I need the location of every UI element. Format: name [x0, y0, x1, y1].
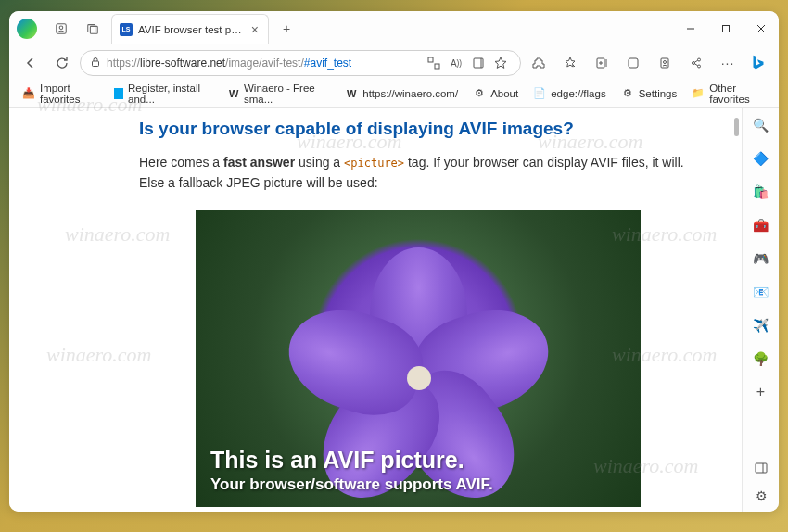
avif-image: This is an AVIF picture. Your browser/so…: [196, 210, 641, 507]
svg-rect-8: [93, 61, 99, 67]
share-icon[interactable]: [682, 49, 710, 77]
bookmark-register[interactable]: Register, install and...: [108, 80, 219, 108]
folder-icon: 📁: [692, 87, 705, 100]
svg-rect-5: [723, 26, 730, 32]
svg-point-21: [698, 58, 701, 61]
refresh-button[interactable]: [48, 49, 76, 77]
browser-window: LS AVIF browser test page: AVIF su × + h…: [9, 11, 779, 512]
downloads-icon[interactable]: [619, 49, 647, 77]
favorites-icon[interactable]: [556, 49, 584, 77]
window-controls: [673, 15, 779, 43]
lock-icon: [90, 57, 101, 70]
windows-icon: [114, 88, 123, 99]
sidebar-tools-icon[interactable]: 🧰: [751, 215, 771, 235]
sidebar-outlook-icon[interactable]: 📧: [751, 282, 771, 302]
sidebar-collapse-icon[interactable]: [751, 458, 771, 478]
import-icon: 📥: [22, 87, 35, 100]
sidebar-discover-icon[interactable]: 🔷: [751, 148, 771, 169]
scrollbar-thumb[interactable]: [734, 118, 739, 136]
read-aloud-icon[interactable]: A)): [446, 49, 466, 77]
address-bar-row: https://libre-software.net/image/avif-te…: [9, 46, 779, 80]
svg-line-23: [694, 60, 697, 62]
menu-icon[interactable]: ···: [714, 49, 742, 77]
winaero-icon: W: [228, 87, 239, 100]
bookmark-winaero-url[interactable]: Whttps://winaero.com/: [339, 84, 464, 103]
bookmark-flags[interactable]: 📄edge://flags: [527, 84, 611, 103]
url-text: https://libre-software.net/image/avif-te…: [107, 57, 418, 70]
titlebar: LS AVIF browser test page: AVIF su × +: [9, 11, 779, 46]
svg-point-22: [698, 65, 701, 68]
favorite-icon[interactable]: [490, 49, 511, 77]
image-caption-2: Your browser/software supports AVIF.: [210, 475, 493, 494]
workspaces-icon[interactable]: [80, 16, 106, 42]
sidebar-send-icon[interactable]: ✈️: [751, 315, 771, 336]
page-paragraph: Here comes a fast answer using a <pictur…: [139, 152, 697, 194]
svg-rect-3: [90, 26, 97, 33]
bookmarks-bar: 📥Import favorites Register, install and.…: [9, 80, 779, 108]
new-tab-button[interactable]: +: [274, 17, 299, 41]
page-content: Is your browser capable of displaying AV…: [9, 108, 742, 512]
sidebar-shopping-icon[interactable]: 🛍️: [751, 182, 771, 202]
bookmark-settings[interactable]: ⚙Settings: [616, 84, 683, 103]
other-favorites[interactable]: 📁Other favorites: [686, 80, 771, 108]
tab-title: AVIF browser test page: AVIF su: [138, 24, 244, 35]
bookmark-winaero[interactable]: WWinaero - Free sma...: [222, 80, 336, 108]
gear-icon: ⚙: [473, 87, 486, 100]
sidebar-drop-icon[interactable]: 🌳: [751, 348, 771, 369]
history-icon[interactable]: [651, 49, 679, 77]
sidebar-games-icon[interactable]: 🎮: [751, 248, 771, 269]
extensions-icon[interactable]: [525, 49, 553, 77]
svg-line-24: [694, 64, 697, 66]
collections-icon[interactable]: [588, 49, 616, 77]
back-button[interactable]: [17, 49, 44, 77]
svg-point-19: [664, 61, 667, 64]
svg-rect-2: [88, 25, 95, 32]
page-heading: Is your browser capable of displaying AV…: [139, 119, 697, 139]
svg-rect-25: [756, 463, 767, 473]
close-button[interactable]: [744, 15, 779, 43]
svg-rect-9: [428, 57, 433, 62]
svg-point-20: [693, 62, 695, 65]
winaero-icon: W: [345, 87, 358, 100]
profile-icon[interactable]: [48, 16, 74, 42]
sidebar-search-icon[interactable]: 🔍: [751, 115, 771, 135]
tab-favicon-icon: LS: [120, 23, 133, 36]
tab-close-icon[interactable]: ×: [249, 22, 261, 37]
image-caption-1: This is an AVIF picture.: [210, 447, 493, 474]
svg-point-1: [59, 26, 63, 30]
sidebar-add-icon[interactable]: +: [751, 382, 771, 402]
svg-rect-17: [629, 58, 638, 68]
bookmark-about[interactable]: ⚙About: [467, 84, 524, 103]
gear-icon: ⚙: [621, 87, 634, 100]
reader-icon[interactable]: [468, 49, 489, 77]
maximize-button[interactable]: [708, 15, 744, 43]
browser-tab[interactable]: LS AVIF browser test page: AVIF su ×: [111, 14, 269, 44]
bookmark-import[interactable]: 📥Import favorites: [17, 80, 105, 108]
edge-logo-icon: [17, 19, 37, 39]
sidebar-settings-icon[interactable]: ⚙: [751, 486, 771, 506]
svg-rect-10: [435, 64, 439, 69]
edge-sidebar: 🔍 🔷 🛍️ 🧰 🎮 📧 ✈️ 🌳 +: [742, 108, 779, 512]
translate-icon[interactable]: [424, 49, 444, 77]
minimize-button[interactable]: [673, 15, 708, 43]
page-icon: 📄: [533, 87, 546, 100]
bing-icon[interactable]: [745, 50, 771, 76]
address-bar[interactable]: https://libre-software.net/image/avif-te…: [80, 50, 521, 76]
